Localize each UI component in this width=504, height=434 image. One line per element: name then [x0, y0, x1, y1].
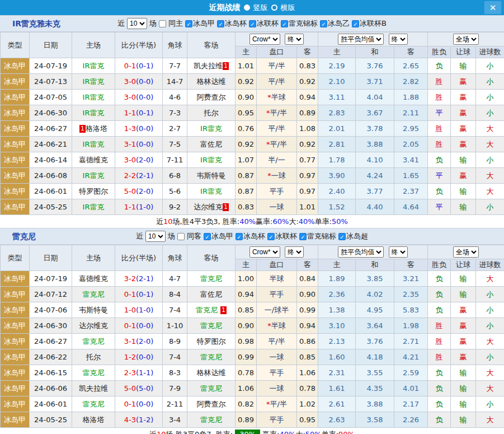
handicap-text: 平/半: [270, 400, 287, 408]
cell-avg-draw: 3.77: [356, 184, 394, 199]
cell-result: 胜: [428, 137, 451, 152]
halftime-score: (0-0): [136, 124, 153, 133]
league-checkbox[interactable]: ✓: [235, 233, 243, 240]
table-row: 冰岛甲24-06-06凯夫拉维5-0(5-0)7-9雷克尼1.06一球0.781…: [1, 381, 504, 396]
halftime-score: (0-0): [136, 140, 153, 148]
cell-handicap-result: 赢: [451, 302, 476, 318]
summary-text: 赢率:: [256, 217, 272, 227]
vertical-layout-radio[interactable]: [244, 4, 250, 11]
league-checkbox[interactable]: ✓: [299, 233, 307, 240]
close-icon[interactable]: ✕: [484, 1, 501, 14]
col-handicap-result: 让球: [451, 259, 476, 271]
team-name-text: IR雷克: [83, 77, 105, 86]
league-checkbox[interactable]: ✓: [217, 20, 224, 27]
cell-handicap-home-odds: 1.06: [235, 381, 257, 396]
cell-score: 0-1(0-1): [115, 58, 163, 74]
league-checkbox[interactable]: ✓: [267, 233, 275, 240]
bookmaker-select[interactable]: Crow*: [249, 34, 280, 45]
cell-score: 0-1(0-0): [115, 396, 163, 412]
halftime-score: (0-0): [136, 400, 153, 408]
bookmaker-select[interactable]: Crow*: [249, 246, 280, 258]
cell-result: 负: [428, 58, 451, 74]
cell-home-team: 达尔维克: [72, 318, 115, 334]
team1-filters: 近 10 场 同主 ✓冰岛甲✓冰岛杯✓冰联杯✓雷克锦标✓冰岛乙✓冰联杯B: [117, 18, 387, 29]
cell-handicap-away-odds: 1.02: [297, 396, 318, 412]
team2-results-table: 类型 日期 主场 比分(半场) 角球 客场 Crow* 终 胜平负均值 终 全场: [0, 245, 504, 428]
league-checkbox[interactable]: ✓: [185, 20, 192, 27]
cell-avg-draw: 3.67: [356, 105, 394, 121]
fulltime-score: 1-1: [124, 203, 136, 211]
halftime-score: (2-0): [136, 156, 153, 164]
league-checkbox[interactable]: ✓: [204, 233, 211, 240]
cell-home-team: 托尔: [72, 349, 115, 365]
avg-final-select[interactable]: 终: [389, 34, 408, 45]
cell-score: 3-1(0-0): [115, 137, 163, 152]
match-count-select[interactable]: 10: [127, 18, 147, 29]
horizontal-layout-radio[interactable]: [271, 4, 277, 11]
league-label: 雷克锦标: [307, 231, 336, 241]
summary-text: 40%: [279, 430, 295, 434]
fulltime-score: 2-3: [124, 368, 136, 377]
summary-text: 50%: [305, 430, 322, 434]
cell-score: 1-2(0-0): [115, 349, 163, 365]
handicap-text: 半/一: [268, 156, 285, 164]
col-goals: 进球数: [476, 46, 504, 58]
cell-date: 24-06-08: [30, 168, 72, 184]
league-checkbox[interactable]: ✓: [338, 233, 346, 240]
fulltime-score: 0-1: [124, 321, 136, 330]
cell-handicap: 一/球半: [257, 302, 297, 318]
same-venue-checkbox[interactable]: [159, 20, 166, 27]
league-filter: ✓雷克锦标: [299, 231, 336, 241]
cell-away-team: 特罗图尔: [187, 334, 235, 349]
cell-date: 24-07-12: [30, 287, 72, 302]
team2-summary: 近10场,胜3平0负7, 胜率:30%赢率:40% 大:50% 单率:90%: [0, 428, 504, 434]
cell-handicap-away-odds: 0.84: [297, 271, 318, 287]
handicap-final-select[interactable]: 终: [285, 246, 304, 258]
league-checkbox[interactable]: ✓: [249, 20, 256, 27]
col-handicap-home: 主: [235, 259, 257, 271]
avg-odds-select[interactable]: 胜平负均值: [338, 246, 384, 258]
team-name-text: 特罗图尔: [197, 337, 226, 346]
scope-select[interactable]: 全场: [453, 246, 479, 258]
cell-corner: 7-4: [163, 349, 187, 365]
col-goals: 进球数: [476, 259, 504, 271]
cell-away-team: 韦斯特曼: [187, 168, 235, 184]
league-checkbox[interactable]: ✓: [320, 20, 327, 27]
team-name-text: IR雷克: [83, 171, 105, 180]
table-row: 冰岛甲24-07-05IR雷克3-0(0-0)4-6阿费查尔0.90*半球0.9…: [1, 90, 504, 105]
cell-avg-home: 1.60: [318, 349, 356, 365]
cell-home-team: 韦斯特曼: [72, 302, 115, 318]
cell-score: 1-0(1-0): [115, 302, 163, 318]
cell-handicap-result: 赢: [451, 168, 476, 184]
cell-handicap-result: 输: [451, 58, 476, 74]
cell-result: 负: [428, 396, 451, 412]
avg-odds-select[interactable]: 胜平负均值: [338, 34, 384, 45]
avg-final-select[interactable]: 终: [389, 246, 408, 258]
scope-select[interactable]: 全场: [453, 34, 479, 45]
table-row: 冰岛甲24-06-15雷克尼2-3(1-1)8-3格林达维0.78平手1.062…: [1, 365, 504, 381]
cell-handicap: *平/半: [257, 105, 297, 121]
cell-handicap-home-odds: 0.89: [235, 412, 257, 428]
fulltime-score: 4-3: [124, 416, 136, 424]
halftime-score: (0-1): [136, 62, 153, 70]
cell-avg-draw: 4.24: [356, 168, 394, 184]
cell-handicap-result: 赢: [451, 318, 476, 334]
cell-handicap-home-odds: 0.83: [235, 199, 257, 215]
handicap-text: 平手: [270, 187, 284, 195]
match-count-select[interactable]: 10: [145, 231, 166, 242]
handicap-final-select[interactable]: 终: [285, 34, 304, 45]
cell-type: 冰岛甲: [1, 184, 30, 199]
same-venue-checkbox[interactable]: [177, 233, 185, 240]
league-label: 冰联杯: [275, 231, 297, 241]
league-filter: ✓雷克锦标: [281, 18, 318, 29]
league-label: 冰岛超: [346, 231, 368, 241]
league-checkbox[interactable]: ✓: [281, 20, 288, 27]
cell-handicap-home-odds: 1.00: [235, 271, 257, 287]
league-checkbox[interactable]: ✓: [352, 20, 359, 27]
cell-result: 负: [428, 184, 451, 199]
horizontal-layout-label: 横版: [281, 3, 295, 13]
table-row: 冰岛甲24-05-25格洛塔4-3(1-2)3-4雷克尼0.89平手0.952.…: [1, 412, 504, 428]
team-name-text: 韦斯特曼: [79, 306, 108, 314]
halftime-score: (0-0): [136, 321, 153, 330]
cell-avg-away: 2.82: [394, 74, 428, 90]
